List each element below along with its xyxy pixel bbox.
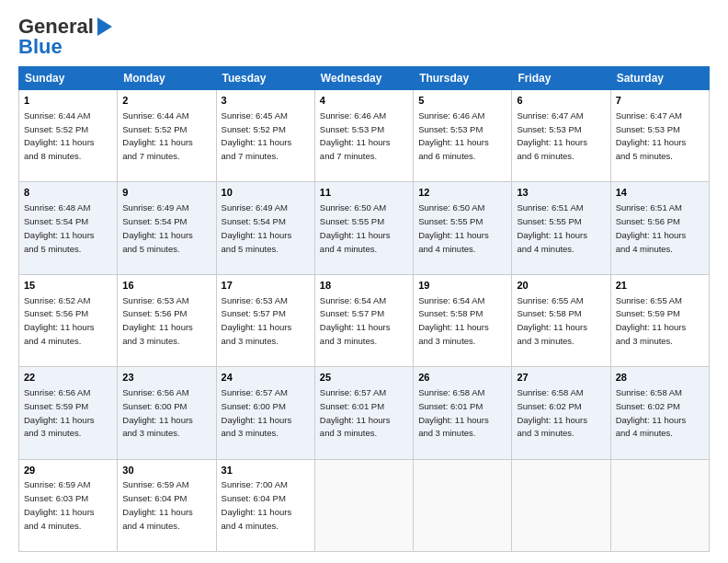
- calendar-week-1: 1Sunrise: 6:44 AMSunset: 5:52 PMDaylight…: [19, 90, 710, 182]
- calendar-cell: 16Sunrise: 6:53 AMSunset: 5:56 PMDayligh…: [118, 274, 216, 366]
- day-info: Sunrise: 6:54 AMSunset: 5:57 PMDaylight:…: [320, 295, 391, 346]
- calendar-cell: 12Sunrise: 6:50 AMSunset: 5:55 PMDayligh…: [414, 182, 512, 274]
- day-info: Sunrise: 6:53 AMSunset: 5:56 PMDaylight:…: [122, 295, 193, 346]
- calendar-cell: 3Sunrise: 6:45 AMSunset: 5:52 PMDaylight…: [216, 90, 314, 182]
- day-info: Sunrise: 6:44 AMSunset: 5:52 PMDaylight:…: [24, 110, 95, 161]
- day-number: 25: [320, 371, 408, 385]
- calendar-cell: 23Sunrise: 6:56 AMSunset: 6:00 PMDayligh…: [118, 367, 216, 459]
- logo: General Blue: [18, 15, 112, 59]
- calendar-week-2: 8Sunrise: 6:48 AMSunset: 5:54 PMDaylight…: [19, 182, 710, 274]
- calendar-header-sunday: Sunday: [19, 67, 118, 90]
- day-info: Sunrise: 6:58 AMSunset: 6:02 PMDaylight:…: [517, 387, 587, 438]
- calendar-header-monday: Monday: [118, 67, 216, 90]
- calendar-header-row: SundayMondayTuesdayWednesdayThursdayFrid…: [19, 67, 710, 90]
- day-info: Sunrise: 6:57 AMSunset: 6:01 PMDaylight:…: [320, 387, 391, 438]
- calendar-header-tuesday: Tuesday: [216, 67, 314, 90]
- calendar-cell: 7Sunrise: 6:47 AMSunset: 5:53 PMDaylight…: [610, 90, 709, 182]
- day-number: 10: [222, 186, 310, 200]
- calendar-cell: [314, 459, 413, 551]
- calendar-cell: 22Sunrise: 6:56 AMSunset: 5:59 PMDayligh…: [19, 367, 118, 459]
- calendar-cell: 18Sunrise: 6:54 AMSunset: 5:57 PMDayligh…: [314, 274, 413, 366]
- calendar-cell: 15Sunrise: 6:52 AMSunset: 5:56 PMDayligh…: [19, 274, 118, 366]
- day-number: 21: [616, 279, 704, 293]
- day-info: Sunrise: 6:51 AMSunset: 5:56 PMDaylight:…: [616, 202, 687, 253]
- day-number: 23: [122, 371, 210, 385]
- day-number: 11: [320, 186, 408, 200]
- calendar-cell: [610, 459, 709, 551]
- calendar-cell: 10Sunrise: 6:49 AMSunset: 5:54 PMDayligh…: [216, 182, 314, 274]
- calendar-cell: 20Sunrise: 6:55 AMSunset: 5:58 PMDayligh…: [512, 274, 610, 366]
- calendar-cell: 11Sunrise: 6:50 AMSunset: 5:55 PMDayligh…: [314, 182, 413, 274]
- day-info: Sunrise: 6:46 AMSunset: 5:53 PMDaylight:…: [320, 110, 391, 161]
- day-number: 26: [418, 371, 506, 385]
- day-number: 16: [122, 279, 210, 293]
- logo-arrow-icon: [97, 17, 112, 36]
- calendar-cell: 27Sunrise: 6:58 AMSunset: 6:02 PMDayligh…: [512, 367, 610, 459]
- day-number: 2: [122, 94, 210, 108]
- day-info: Sunrise: 6:58 AMSunset: 6:02 PMDaylight:…: [616, 387, 687, 438]
- calendar-cell: 6Sunrise: 6:47 AMSunset: 5:53 PMDaylight…: [512, 90, 610, 182]
- calendar-cell: 24Sunrise: 6:57 AMSunset: 6:00 PMDayligh…: [216, 367, 314, 459]
- page: General Blue SundayMondayTuesdayWednesda…: [0, 0, 728, 563]
- logo-blue: Blue: [18, 35, 63, 59]
- day-info: Sunrise: 6:47 AMSunset: 5:53 PMDaylight:…: [517, 110, 587, 161]
- day-number: 20: [517, 279, 605, 293]
- day-info: Sunrise: 6:51 AMSunset: 5:55 PMDaylight:…: [517, 202, 587, 253]
- day-info: Sunrise: 6:48 AMSunset: 5:54 PMDaylight:…: [24, 202, 95, 253]
- day-number: 7: [616, 94, 704, 108]
- day-info: Sunrise: 6:52 AMSunset: 5:56 PMDaylight:…: [24, 295, 95, 346]
- day-number: 13: [517, 186, 605, 200]
- day-info: Sunrise: 6:49 AMSunset: 5:54 PMDaylight:…: [222, 202, 292, 253]
- day-number: 5: [418, 94, 506, 108]
- day-number: 8: [24, 186, 112, 200]
- day-info: Sunrise: 6:54 AMSunset: 5:58 PMDaylight:…: [418, 295, 489, 346]
- day-number: 1: [24, 94, 112, 108]
- calendar-cell: 25Sunrise: 6:57 AMSunset: 6:01 PMDayligh…: [314, 367, 413, 459]
- day-info: Sunrise: 6:55 AMSunset: 5:59 PMDaylight:…: [616, 295, 687, 346]
- day-info: Sunrise: 6:46 AMSunset: 5:53 PMDaylight:…: [418, 110, 489, 161]
- day-number: 15: [24, 279, 112, 293]
- calendar-week-4: 22Sunrise: 6:56 AMSunset: 5:59 PMDayligh…: [19, 367, 710, 459]
- day-info: Sunrise: 6:44 AMSunset: 5:52 PMDaylight:…: [122, 110, 193, 161]
- day-info: Sunrise: 6:53 AMSunset: 5:57 PMDaylight:…: [222, 295, 292, 346]
- day-number: 12: [418, 186, 506, 200]
- calendar-header-thursday: Thursday: [414, 67, 512, 90]
- calendar-header-friday: Friday: [512, 67, 610, 90]
- calendar-cell: 21Sunrise: 6:55 AMSunset: 5:59 PMDayligh…: [610, 274, 709, 366]
- day-number: 9: [122, 186, 210, 200]
- calendar-cell: 5Sunrise: 6:46 AMSunset: 5:53 PMDaylight…: [414, 90, 512, 182]
- calendar-header-saturday: Saturday: [610, 67, 709, 90]
- calendar-cell: 30Sunrise: 6:59 AMSunset: 6:04 PMDayligh…: [118, 459, 216, 551]
- day-info: Sunrise: 6:50 AMSunset: 5:55 PMDaylight:…: [320, 202, 391, 253]
- day-number: 22: [24, 371, 112, 385]
- day-number: 6: [517, 94, 605, 108]
- day-number: 18: [320, 279, 408, 293]
- day-number: 24: [222, 371, 310, 385]
- calendar-cell: 29Sunrise: 6:59 AMSunset: 6:03 PMDayligh…: [19, 459, 118, 551]
- calendar-cell: 4Sunrise: 6:46 AMSunset: 5:53 PMDaylight…: [314, 90, 413, 182]
- day-info: Sunrise: 7:00 AMSunset: 6:04 PMDaylight:…: [222, 479, 292, 530]
- day-number: 4: [320, 94, 408, 108]
- calendar-cell: 1Sunrise: 6:44 AMSunset: 5:52 PMDaylight…: [19, 90, 118, 182]
- day-number: 31: [222, 464, 310, 477]
- calendar-cell: 14Sunrise: 6:51 AMSunset: 5:56 PMDayligh…: [610, 182, 709, 274]
- day-number: 28: [616, 371, 704, 385]
- day-info: Sunrise: 6:47 AMSunset: 5:53 PMDaylight:…: [616, 110, 687, 161]
- day-number: 14: [616, 186, 704, 200]
- day-info: Sunrise: 6:55 AMSunset: 5:58 PMDaylight:…: [517, 295, 587, 346]
- day-number: 27: [517, 371, 605, 385]
- day-number: 3: [222, 94, 310, 108]
- calendar-cell: 8Sunrise: 6:48 AMSunset: 5:54 PMDaylight…: [19, 182, 118, 274]
- calendar-cell: [414, 459, 512, 551]
- day-info: Sunrise: 6:59 AMSunset: 6:04 PMDaylight:…: [122, 479, 193, 530]
- calendar-table: SundayMondayTuesdayWednesdayThursdayFrid…: [18, 66, 710, 552]
- day-info: Sunrise: 6:56 AMSunset: 6:00 PMDaylight:…: [122, 387, 193, 438]
- day-number: 30: [122, 464, 210, 477]
- header: General Blue: [18, 15, 710, 59]
- calendar-cell: 17Sunrise: 6:53 AMSunset: 5:57 PMDayligh…: [216, 274, 314, 366]
- calendar-cell: 2Sunrise: 6:44 AMSunset: 5:52 PMDaylight…: [118, 90, 216, 182]
- day-number: 17: [222, 279, 310, 293]
- day-info: Sunrise: 6:58 AMSunset: 6:01 PMDaylight:…: [418, 387, 489, 438]
- calendar-cell: 26Sunrise: 6:58 AMSunset: 6:01 PMDayligh…: [414, 367, 512, 459]
- calendar-cell: 31Sunrise: 7:00 AMSunset: 6:04 PMDayligh…: [216, 459, 314, 551]
